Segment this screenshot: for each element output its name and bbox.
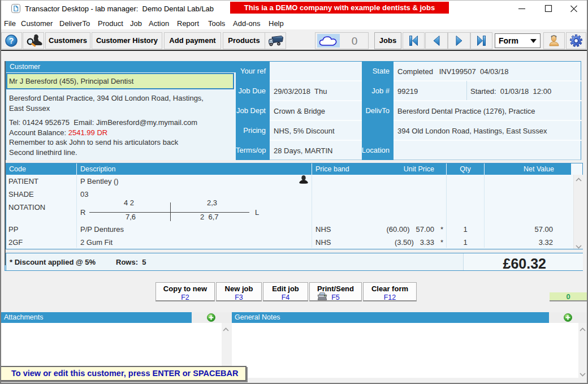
svg-text:?: ? (9, 36, 14, 45)
